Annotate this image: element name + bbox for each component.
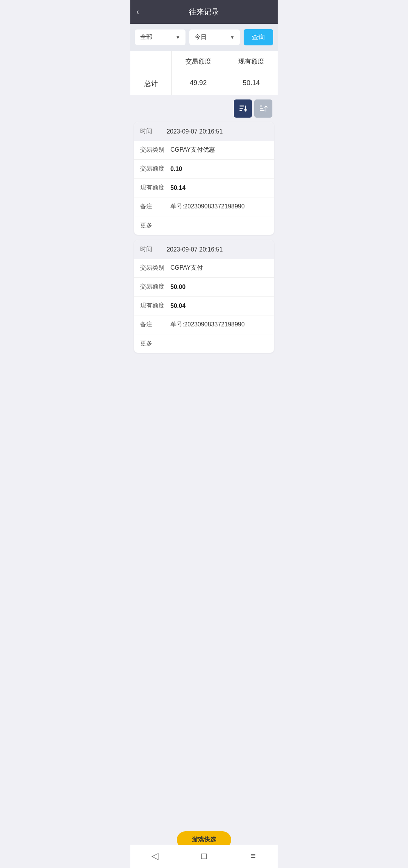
summary-current-amount: 50.14 <box>225 72 278 95</box>
back-button[interactable]: ‹ <box>136 7 139 17</box>
date-filter-select[interactable]: 今日 ▼ <box>189 30 240 45</box>
record-2-current-label: 现有额度 <box>140 302 170 310</box>
record-1-remark-value: 单号:202309083372198990 <box>170 203 245 211</box>
header: ‹ 往来记录 <box>130 0 278 24</box>
record-2-time-value: 2023-09-07 20:16:51 <box>167 246 223 253</box>
type-filter-arrow-icon: ▼ <box>176 35 180 40</box>
record-2-remark-row: 备注 单号:202309083372198990 <box>134 315 274 334</box>
record-1-more-label: 更多 <box>140 222 152 230</box>
record-2-remark-label: 备注 <box>140 321 170 329</box>
summary-table: 交易额度 现有额度 总计 49.92 50.14 <box>130 51 278 95</box>
record-1-trade-label: 交易额度 <box>140 165 170 173</box>
record-2-trade-row: 交易额度 50.00 <box>134 278 274 297</box>
record-2-header: 时间 2023-09-07 20:16:51 <box>134 240 274 259</box>
record-2-type-value: CGPAY支付 <box>170 264 203 272</box>
svg-rect-3 <box>260 106 262 107</box>
record-2-time-label: 时间 <box>140 245 167 253</box>
sort-desc-button[interactable] <box>234 99 252 118</box>
record-1-more-row[interactable]: 更多 <box>134 216 274 235</box>
record-1-type-label: 交易类别 <box>140 146 170 154</box>
summary-data-row: 总计 49.92 50.14 <box>130 72 278 95</box>
record-card-1: 时间 2023-09-07 20:16:51 交易类别 CGPAY支付优惠 交易… <box>134 122 274 235</box>
record-card-2: 时间 2023-09-07 20:16:51 交易类别 CGPAY支付 交易额度… <box>134 240 274 353</box>
record-1-type-value: CGPAY支付优惠 <box>170 146 215 154</box>
records-area: 时间 2023-09-07 20:16:51 交易类别 CGPAY支付优惠 交易… <box>130 122 278 385</box>
type-filter-label: 全部 <box>140 33 152 41</box>
nav-menu-button[interactable]: ≡ <box>242 849 264 863</box>
date-filter-arrow-icon: ▼ <box>230 35 235 40</box>
summary-col-empty <box>130 51 172 72</box>
record-1-header: 时间 2023-09-07 20:16:51 <box>134 122 274 141</box>
record-2-type-label: 交易类别 <box>140 264 170 272</box>
record-1-type-row: 交易类别 CGPAY支付优惠 <box>134 141 274 160</box>
record-1-remark-row: 备注 单号:202309083372198990 <box>134 197 274 216</box>
sort-asc-button[interactable] <box>254 99 272 118</box>
svg-rect-5 <box>260 110 264 111</box>
page-title: 往来记录 <box>189 7 219 17</box>
svg-rect-1 <box>240 108 243 109</box>
query-button[interactable]: 查询 <box>244 29 273 45</box>
record-2-trade-value: 50.00 <box>170 284 185 290</box>
sort-bar <box>130 95 278 122</box>
record-2-current-value: 50.04 <box>170 303 185 309</box>
summary-row-label: 总计 <box>130 72 172 95</box>
type-filter-select[interactable]: 全部 ▼ <box>135 30 185 45</box>
record-1-current-row: 现有额度 50.14 <box>134 179 274 197</box>
record-1-current-value: 50.14 <box>170 185 185 191</box>
record-1-trade-row: 交易额度 0.10 <box>134 160 274 179</box>
record-1-time-value: 2023-09-07 20:16:51 <box>167 128 223 135</box>
record-2-more-label: 更多 <box>140 340 152 348</box>
nav-back-button[interactable]: ◁ <box>144 849 166 863</box>
record-2-type-row: 交易类别 CGPAY支付 <box>134 259 274 278</box>
filter-bar: 全部 ▼ 今日 ▼ 查询 <box>130 24 278 51</box>
record-2-current-row: 现有额度 50.04 <box>134 297 274 315</box>
summary-col-current: 现有额度 <box>225 51 278 72</box>
record-2-trade-label: 交易额度 <box>140 283 170 291</box>
record-1-current-label: 现有额度 <box>140 184 170 192</box>
svg-rect-4 <box>260 108 263 109</box>
record-2-remark-value: 单号:202309083372198990 <box>170 321 245 329</box>
date-filter-label: 今日 <box>195 33 207 41</box>
nav-home-button[interactable]: □ <box>193 849 215 863</box>
summary-trade-amount: 49.92 <box>172 72 225 95</box>
svg-rect-0 <box>240 106 244 107</box>
bottom-nav: ◁ □ ≡ <box>130 845 278 868</box>
record-1-trade-value: 0.10 <box>170 166 182 172</box>
svg-rect-2 <box>240 110 242 111</box>
record-1-time-label: 时间 <box>140 127 167 135</box>
summary-header-row: 交易额度 现有额度 <box>130 51 278 72</box>
record-2-more-row[interactable]: 更多 <box>134 334 274 353</box>
summary-col-trade: 交易额度 <box>172 51 225 72</box>
record-1-remark-label: 备注 <box>140 203 170 211</box>
